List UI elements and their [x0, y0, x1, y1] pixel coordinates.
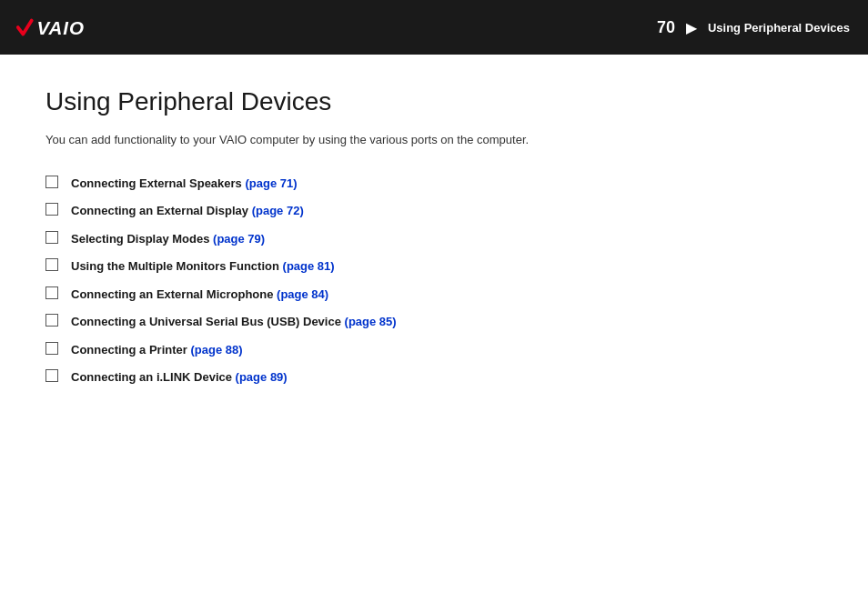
item-link-3[interactable]: (page 79) — [213, 232, 265, 246]
item-link-1[interactable]: (page 71) — [245, 176, 297, 190]
header-arrow-icon: ▶ — [686, 19, 697, 36]
item-link-7[interactable]: (page 88) — [190, 343, 242, 357]
intro-text: You can add functionality to your VAIO c… — [45, 131, 823, 149]
header-section-title: Using Peripheral Devices — [708, 21, 850, 35]
item-text-7: Connecting a Printer (page 88) — [71, 341, 243, 359]
item-text-8: Connecting an i.LINK Device (page 89) — [71, 368, 288, 387]
header-right: 70 ▶ Using Peripheral Devices — [657, 18, 850, 37]
item-link-8[interactable]: (page 89) — [236, 370, 288, 384]
item-text-5: Connecting an External Microphone (page … — [71, 286, 328, 304]
list-item: Using the Multiple Monitors Function (pa… — [45, 257, 823, 276]
checkbox-icon — [45, 231, 58, 244]
list-item: Connecting an i.LINK Device (page 89) — [45, 368, 823, 387]
checkbox-icon — [45, 286, 58, 299]
checkbox-icon — [45, 314, 58, 327]
topic-list: Connecting External Speakers (page 71)Co… — [45, 175, 823, 387]
list-item: Connecting External Speakers (page 71) — [45, 175, 823, 193]
item-link-2[interactable]: (page 72) — [252, 204, 304, 217]
checkbox-icon — [45, 369, 58, 382]
vaio-logo: VAIO — [15, 14, 91, 41]
checkbox-icon — [45, 342, 58, 355]
item-text-4: Using the Multiple Monitors Function (pa… — [71, 257, 335, 276]
item-text-2: Connecting an External Display (page 72) — [71, 202, 304, 220]
list-item: Selecting Display Modes (page 79) — [45, 230, 823, 248]
checkbox-icon — [45, 203, 58, 216]
item-link-6[interactable]: (page 85) — [345, 315, 397, 328]
item-text-1: Connecting External Speakers (page 71) — [71, 175, 298, 193]
item-link-5[interactable]: (page 84) — [277, 287, 328, 301]
list-item: Connecting an External Display (page 72) — [45, 202, 823, 220]
main-content: Using Peripheral Devices You can add fun… — [0, 55, 868, 429]
list-item: Connecting a Universal Serial Bus (USB) … — [45, 313, 823, 331]
checkbox-icon — [45, 176, 58, 188]
checkbox-icon — [45, 258, 58, 271]
list-item: Connecting an External Microphone (page … — [45, 286, 823, 304]
list-item: Connecting a Printer (page 88) — [45, 341, 823, 359]
page-title: Using Peripheral Devices — [45, 87, 823, 116]
header: VAIO 70 ▶ Using Peripheral Devices — [0, 0, 868, 55]
item-text-6: Connecting a Universal Serial Bus (USB) … — [71, 313, 397, 331]
item-link-4[interactable]: (page 81) — [283, 259, 335, 273]
svg-text:VAIO: VAIO — [36, 17, 85, 38]
page-number: 70 — [657, 18, 675, 37]
item-text-3: Selecting Display Modes (page 79) — [71, 230, 265, 248]
